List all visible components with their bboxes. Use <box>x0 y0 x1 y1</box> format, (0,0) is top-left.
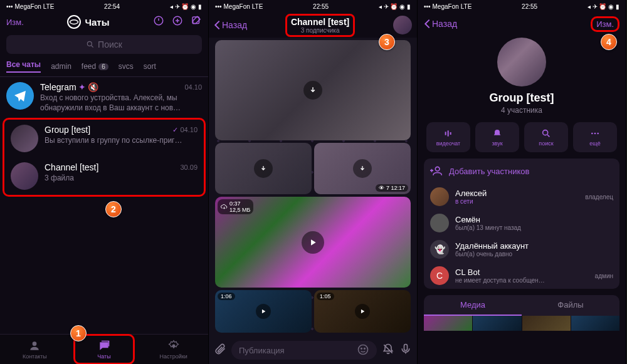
edit-button[interactable]: Изм. <box>6 18 24 27</box>
svg-point-3 <box>87 41 92 46</box>
group-header: Назад Изм. <box>418 13 626 35</box>
member-role: владелец <box>585 194 613 200</box>
svg-point-6 <box>359 345 368 354</box>
member-list: Алексейв сети владелец Семёнбыл(а) 13 ми… <box>424 184 619 289</box>
sound-button[interactable]: звук <box>475 122 519 152</box>
videochat-button[interactable]: видеочат <box>426 122 470 152</box>
annotation-2: 2 <box>105 201 122 217</box>
nav-settings[interactable]: Настройки <box>139 335 208 364</box>
check-icon: ✓ <box>172 126 178 134</box>
avatar <box>430 214 449 232</box>
media-thumb[interactable] <box>571 316 619 331</box>
chat-item-group[interactable]: Group [test] ✓ 04.10 Вы вступили в групп… <box>4 120 204 157</box>
nav-contacts[interactable]: Контакты <box>0 335 70 364</box>
search-icon <box>541 128 551 138</box>
annotation-4: 4 <box>601 34 617 50</box>
svg-rect-11 <box>448 130 449 136</box>
chat-name: Channel [test] <box>45 162 98 172</box>
tab-files[interactable]: Файлы <box>522 295 619 316</box>
highlight-box-3: Channel [test] 3 подписчика <box>285 14 355 37</box>
media-video[interactable]: 0:3712,5 МБ <box>215 197 411 288</box>
annotation-3: 3 <box>379 34 395 50</box>
page-title: Чаты <box>85 17 109 28</box>
highlight-box-2: Group [test] ✓ 04.10 Вы вступили в групп… <box>3 118 206 197</box>
compose-icon[interactable] <box>191 15 202 29</box>
media-image[interactable] <box>215 143 312 194</box>
action-buttons: видеочат звук поиск ещё <box>418 115 626 159</box>
media-thumb[interactable] <box>473 316 521 331</box>
more-icon <box>590 128 600 138</box>
cloud-download-icon <box>221 204 228 211</box>
chats-header: Изм. Чаты <box>0 13 208 31</box>
chevron-left-icon <box>214 20 221 30</box>
search-button[interactable]: поиск <box>524 122 568 152</box>
video-duration-label: 1:05 <box>317 293 334 300</box>
chat-date: ✓ 04.10 <box>172 125 198 135</box>
media-thumb[interactable] <box>424 316 472 331</box>
channel-avatar[interactable] <box>393 16 412 34</box>
play-icon[interactable] <box>256 304 271 319</box>
chat-item-channel[interactable]: Channel [test] 30.09 3 файла <box>4 157 204 195</box>
avatar <box>6 82 34 110</box>
media-video[interactable]: 1:06 <box>215 290 312 333</box>
power-icon[interactable] <box>153 15 164 29</box>
download-icon[interactable] <box>254 159 273 178</box>
media-thumbnails <box>424 316 619 331</box>
media-thumb[interactable] <box>522 316 571 331</box>
channel-title-button[interactable]: Channel [test] 3 подписчика <box>247 14 393 37</box>
folder-tabs: Все чаты admin feed6 svcs sort <box>0 58 208 77</box>
tab-all[interactable]: Все чаты <box>6 60 41 73</box>
play-icon[interactable] <box>355 304 370 319</box>
back-button[interactable]: Назад <box>424 19 457 29</box>
tab-badge: 6 <box>98 63 108 70</box>
svg-point-7 <box>361 348 362 349</box>
attach-icon[interactable] <box>214 343 226 358</box>
group-avatar[interactable] <box>497 38 546 86</box>
add-icon[interactable] <box>172 15 183 29</box>
svg-rect-10 <box>445 132 446 135</box>
channel-subtitle: 3 подписчика <box>291 27 349 34</box>
video-duration-label: 1:06 <box>218 293 235 300</box>
screen-group-info: •••MegaFonLTE 22:55 ◂ ✈ ⏰ ◉ ▮ Назад Изм.… <box>418 0 626 364</box>
media-messages: 👁 7 12:17 0:3712,5 МБ 1:06 1:05 <box>215 40 411 336</box>
download-icon[interactable] <box>353 159 372 178</box>
svg-point-17 <box>435 167 440 171</box>
download-icon[interactable] <box>303 81 322 100</box>
clock: 22:54 <box>104 3 120 10</box>
sticker-icon[interactable] <box>357 343 369 358</box>
svg-point-14 <box>591 132 593 134</box>
media-video[interactable]: 1:05 <box>314 290 411 333</box>
search-input[interactable]: Поиск <box>6 35 202 54</box>
mic-icon[interactable] <box>399 343 412 358</box>
media-image[interactable] <box>215 40 411 140</box>
more-button[interactable]: ещё <box>573 122 617 152</box>
chat-name: Telegram ✦ 🔇 <box>40 82 98 92</box>
tab-svcs[interactable]: svcs <box>119 60 134 73</box>
chat-item-telegram[interactable]: Telegram ✦ 🔇 04.10 Вход с нового устройс… <box>0 77 208 118</box>
status-bar: •••MegaFonLTE 22:55 ◂ ✈ ⏰ ◉ ▮ <box>418 0 626 13</box>
tab-admin[interactable]: admin <box>51 60 71 73</box>
member-role: админ <box>595 273 613 279</box>
member-row[interactable]: Семёнбыл(а) 13 минут назад <box>424 210 619 236</box>
compose-input[interactable]: Публикация <box>231 341 377 360</box>
tab-sort[interactable]: sort <box>144 60 156 73</box>
member-row[interactable]: Алексейв сети владелец <box>424 184 619 210</box>
tab-feed[interactable]: feed6 <box>82 60 108 73</box>
back-button[interactable]: Назад <box>214 20 247 30</box>
tab-media[interactable]: Медиа <box>424 295 522 316</box>
verified-icon: ✦ <box>78 82 86 92</box>
play-icon[interactable] <box>302 231 324 254</box>
media-image[interactable]: 👁 7 12:17 <box>314 143 411 194</box>
video-duration-label: 0:3712,5 МБ <box>218 199 253 214</box>
mute-icon[interactable] <box>382 343 394 358</box>
member-row[interactable]: C CL Botне имеет доступа к сообщен… адми… <box>424 263 619 289</box>
status-bar: •••MegaFonLTE 22:54 ◂ ✈ ⏰ ◉ ▮ <box>0 0 208 13</box>
screen-chats-list: •••MegaFonLTE 22:54 ◂ ✈ ⏰ ◉ ▮ Изм. Чаты … <box>0 0 209 364</box>
chevron-left-icon <box>424 19 431 29</box>
chat-preview: Вход с нового устройства. Алексей, мы об… <box>40 93 202 113</box>
svg-point-15 <box>594 132 596 134</box>
svg-point-4 <box>33 341 37 346</box>
edit-button[interactable]: Изм. <box>591 16 619 32</box>
add-members-button[interactable]: Добавить участников <box>424 159 619 184</box>
member-row[interactable]: 👻 Удалённый аккаунтбыл(а) очень давно <box>424 236 619 263</box>
